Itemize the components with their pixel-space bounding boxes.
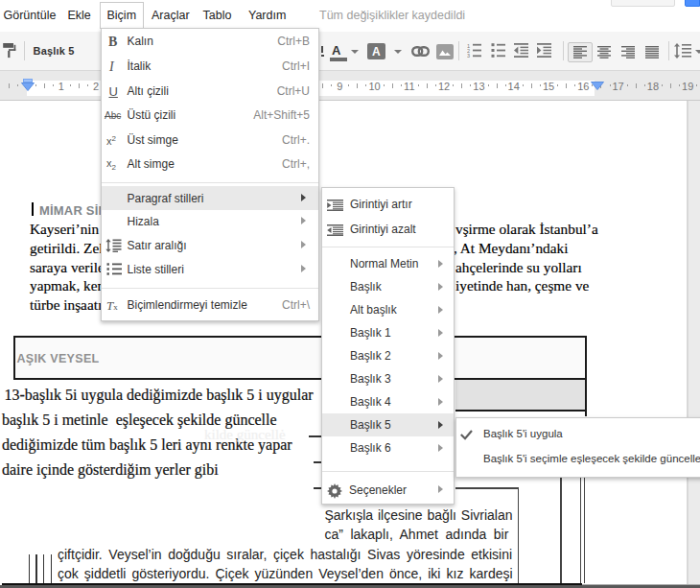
svg-text:3: 3 [467,53,470,58]
